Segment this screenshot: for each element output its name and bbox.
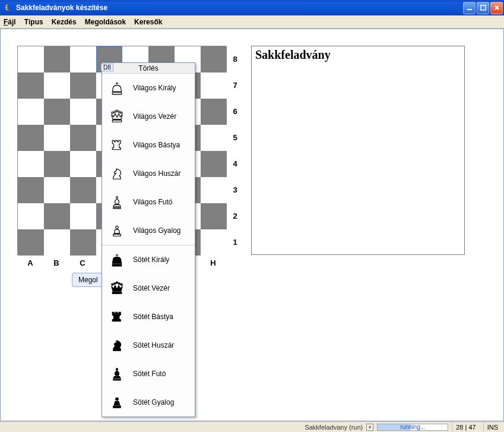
popup-item-wp[interactable]: Világos Gyalog [102,216,195,245]
popup-item-bk[interactable]: Sötét Király [102,245,195,274]
square-C5[interactable] [70,125,96,151]
popup-item-br[interactable]: Sötét Bástya [102,302,195,331]
square-H7[interactable] [201,72,227,99]
white-pawn-icon [107,220,127,241]
popup-item-label: Sötét Futó [133,370,166,378]
close-button[interactable] [490,2,503,14]
square-C4[interactable] [70,151,96,177]
maximize-button[interactable] [477,2,489,14]
square-B8[interactable] [44,46,70,72]
minimize-button[interactable] [463,2,476,14]
status-stop-icon[interactable]: × [366,424,373,431]
popup-clear-label: Törlés [102,64,195,72]
popup-header[interactable]: D8 Törlés [102,63,195,74]
panel-heading: Sakkfeladvány [255,48,461,62]
square-H3[interactable] [201,177,227,203]
square-H1[interactable] [201,229,227,256]
output-panel: Sakkfeladvány [251,46,465,255]
file-label: C [69,258,96,267]
square-B3[interactable] [44,177,70,203]
square-B4[interactable] [44,151,70,177]
black-rook-icon [107,307,127,327]
square-H8[interactable] [201,46,227,72]
popup-item-label: Világos Király [133,84,176,92]
popup-square-badge: D8 [101,64,113,71]
status-task: Sakkfeladvany (run) [305,424,363,431]
popup-item-wk[interactable]: Világos Király [102,74,195,102]
popup-item-label: Világos Gyalog [133,226,181,235]
black-queen-icon [107,278,127,298]
window-title: Sakkfeladványok készítése [16,4,463,12]
square-C6[interactable] [70,99,96,125]
square-H2[interactable] [201,203,227,229]
square-A6[interactable] [18,99,44,125]
square-B5[interactable] [44,125,70,151]
black-bishop-icon [107,364,127,384]
file-label: B [43,258,69,267]
popup-item-label: Sötét Gyalog [133,398,174,406]
popup-item-label: Világos Futó [133,198,173,206]
rank-label: 6 [230,98,240,124]
popup-item-wn[interactable]: Világos Huszár [102,159,195,188]
rank-label: 7 [230,72,240,98]
square-A2[interactable] [18,203,44,229]
square-H5[interactable] [201,125,227,151]
popup-item-label: Sötét Király [133,256,169,264]
popup-item-label: Világos Vezér [133,112,176,121]
rank-label: 5 [230,124,240,150]
cursor-position: 28 | 47 [452,422,479,432]
square-C1[interactable] [70,229,96,256]
rank-label: 8 [230,46,240,72]
square-H6[interactable] [201,99,227,125]
popup-item-label: Sötét Vezér [133,284,170,292]
popup-item-bp[interactable]: Sötét Gyalog [102,388,195,417]
popup-item-bn[interactable]: Sötét Huszár [102,331,195,360]
black-pawn-icon [107,392,127,412]
menu-solutions[interactable]: Megoldások [85,18,126,26]
square-C3[interactable] [70,177,96,203]
menubar: Fájl Típus Kezdés Megoldások Keresők [0,15,504,29]
menu-searchers[interactable]: Keresők [134,18,162,26]
square-A3[interactable] [18,177,44,203]
menu-start[interactable]: Kezdés [52,18,77,26]
rank-label: 1 [230,229,240,255]
popup-item-wr[interactable]: Világos Bástya [102,131,195,159]
white-king-icon [107,78,127,98]
svg-rect-1 [481,5,486,10]
content-area: 87654321 ABCDEFGH Megol Sakkfeladvány D8… [0,29,504,421]
white-queen-icon [107,106,127,127]
square-B6[interactable] [44,99,70,125]
file-label: A [17,258,43,267]
square-A4[interactable] [18,151,44,177]
square-A1[interactable] [18,229,44,256]
white-rook-icon [107,135,127,155]
progress-bar: running... [377,424,448,431]
rank-label: 3 [230,176,240,203]
popup-item-wb[interactable]: Világos Futó [102,188,195,216]
menu-file[interactable]: Fájl [4,18,16,26]
menu-type[interactable]: Típus [24,18,43,26]
black-knight-icon [107,335,127,355]
square-A8[interactable] [18,46,44,72]
square-B1[interactable] [44,229,70,256]
rank-label: 2 [230,203,240,229]
popup-item-wq[interactable]: Világos Vezér [102,102,195,131]
rank-label: 4 [230,150,240,176]
white-knight-icon [107,163,127,184]
square-C7[interactable] [70,72,96,99]
piece-popup: D8 Törlés Világos KirályVilágos VezérVil… [102,62,195,417]
square-H4[interactable] [201,151,227,177]
square-B2[interactable] [44,203,70,229]
square-C2[interactable] [70,203,96,229]
square-C8[interactable] [70,46,96,72]
statusbar: Sakkfeladvany (run) × running... 28 | 47… [0,421,504,432]
popup-item-bq[interactable]: Sötét Vezér [102,274,195,302]
square-A7[interactable] [18,72,44,99]
solve-button[interactable]: Megol [72,273,104,287]
insert-mode: INS [483,422,502,432]
popup-item-bb[interactable]: Sötét Futó [102,360,195,388]
file-label: H [200,258,226,267]
square-B7[interactable] [44,72,70,99]
popup-item-label: Sötét Huszár [133,341,174,349]
square-A5[interactable] [18,125,44,151]
